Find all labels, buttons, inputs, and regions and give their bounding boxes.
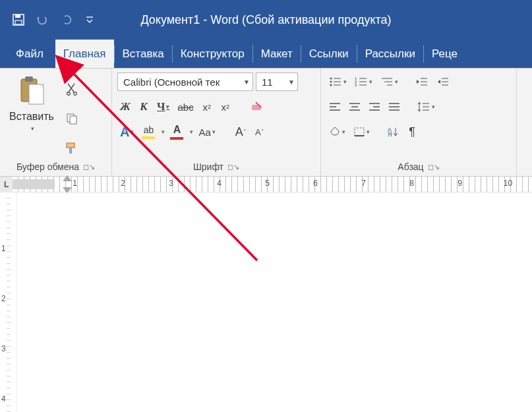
bold-button[interactable]: Ж [117, 98, 133, 116]
copy-button[interactable] [65, 111, 79, 126]
underline-button[interactable]: Ч▾ [154, 98, 172, 116]
paste-label: Вставить [9, 111, 54, 123]
group-clipboard: Вставить ▾ Буфер обмена ◻↘ [0, 69, 112, 176]
document-page[interactable] [17, 192, 532, 412]
font-name-combo[interactable]: Calibri (Основной тек ▼ [117, 73, 253, 91]
borders-button[interactable]: ▾ [351, 123, 372, 141]
align-right-button[interactable] [366, 98, 383, 116]
font-color-button[interactable]: А [167, 123, 186, 141]
shrink-font-button[interactable]: A˅ [252, 123, 268, 141]
grow-font-button[interactable]: A˄ [233, 123, 249, 141]
window-title: Документ1 - Word (Сбой активации продукт… [140, 13, 391, 27]
svg-point-8 [74, 92, 77, 95]
align-left-button[interactable] [326, 98, 343, 116]
group-font: Calibri (Основной тек ▼ 11 ▼ Ж К Ч▾ abc [112, 69, 321, 176]
cut-button[interactable] [65, 82, 79, 96]
sort-button[interactable]: АЯ [384, 123, 401, 141]
show-marks-button[interactable]: ¶ [404, 123, 420, 141]
font-name-dd-icon[interactable]: ▼ [239, 78, 250, 86]
paste-dropdown-icon[interactable]: ▾ [31, 125, 34, 132]
italic-button[interactable]: К [136, 98, 152, 116]
document-area: 1 2 3 4 [0, 192, 532, 412]
text-effects-button[interactable]: A▾ [117, 123, 136, 141]
format-painter-button[interactable] [65, 141, 79, 156]
svg-text:3: 3 [355, 83, 357, 87]
paragraph-group-label: Абзац [398, 162, 423, 172]
ribbon: Вставить ▾ Буфер обмена ◻↘ [0, 69, 532, 177]
subscript-button[interactable]: x2 [199, 98, 215, 116]
change-case-button[interactable]: Aa▾ [196, 123, 218, 141]
clipboard-group-label: Буфер обмена [16, 162, 79, 172]
tab-file[interactable]: Файл [4, 40, 55, 68]
multilevel-button[interactable]: ▾ [378, 73, 401, 91]
decrease-indent-button[interactable] [413, 73, 431, 91]
font-size-value: 11 [262, 76, 273, 88]
font-size-dd-icon[interactable]: ▼ [284, 78, 295, 86]
svg-rect-5 [25, 76, 33, 82]
quick-access-toolbar [11, 12, 98, 28]
numbering-button[interactable]: 123▾ [352, 73, 375, 91]
svg-rect-2 [15, 20, 22, 24]
tab-layout[interactable]: Макет [253, 40, 301, 68]
save-button[interactable] [11, 12, 26, 28]
svg-rect-6 [29, 84, 44, 104]
tab-references[interactable]: Ссылки [301, 40, 357, 68]
highlight-button[interactable]: ab [139, 123, 158, 141]
strike-button[interactable]: abc [175, 98, 196, 116]
tab-mailings[interactable]: Рассылки [357, 40, 423, 68]
svg-rect-12 [69, 148, 72, 154]
svg-point-16 [330, 81, 332, 83]
tab-insert[interactable]: Вставка [115, 40, 172, 68]
tab-review[interactable]: Реце [424, 40, 465, 68]
bullets-button[interactable]: ▾ [326, 73, 349, 91]
line-spacing-button[interactable]: ▾ [415, 98, 438, 116]
paste-button[interactable]: Вставить ▾ [5, 73, 58, 159]
font-launcher-icon[interactable]: ◻↘ [227, 163, 239, 171]
clear-formatting-button[interactable] [248, 98, 266, 116]
svg-rect-50 [355, 128, 364, 136]
clipboard-launcher-icon[interactable]: ◻↘ [83, 163, 95, 171]
vertical-ruler[interactable]: 1 2 3 4 [0, 192, 17, 412]
hanging-indent-marker[interactable] [63, 187, 72, 193]
svg-rect-11 [67, 143, 74, 148]
font-size-combo[interactable]: 11 ▼ [256, 73, 298, 91]
paragraph-launcher-icon[interactable]: ◻↘ [428, 163, 440, 171]
ruler-numbers: 1 2 3 4 5 6 7 8 9 10 [13, 179, 532, 188]
svg-rect-1 [15, 15, 20, 18]
increase-indent-button[interactable] [434, 73, 452, 91]
align-center-button[interactable] [346, 98, 363, 116]
superscript-button[interactable]: x2 [218, 98, 233, 116]
tab-home[interactable]: Главная [55, 40, 114, 68]
svg-rect-10 [70, 116, 76, 124]
shading-button[interactable]: ▾ [326, 123, 348, 141]
title-bar: Документ1 - Word (Сбой активации продукт… [0, 0, 532, 40]
svg-point-18 [330, 84, 332, 86]
svg-text:Я: Я [388, 131, 392, 137]
group-paragraph: ▾ 123▾ ▾ ▾ ▾ ▾ [321, 69, 517, 176]
undo-button[interactable] [34, 12, 50, 28]
justify-button[interactable] [386, 98, 403, 116]
qat-customize-button[interactable] [82, 12, 98, 28]
redo-button[interactable] [58, 12, 74, 28]
svg-point-14 [330, 78, 332, 80]
ribbon-tabbar: Файл Главная Вставка Конструктор Макет С… [0, 40, 532, 69]
font-group-label: Шрифт [193, 162, 223, 172]
tab-design[interactable]: Конструктор [173, 40, 252, 68]
horizontal-ruler[interactable]: L 1 2 3 4 5 6 7 8 9 10 [0, 177, 532, 192]
tab-selector[interactable]: L [0, 177, 13, 192]
font-name-value: Calibri (Основной тек [123, 76, 220, 88]
